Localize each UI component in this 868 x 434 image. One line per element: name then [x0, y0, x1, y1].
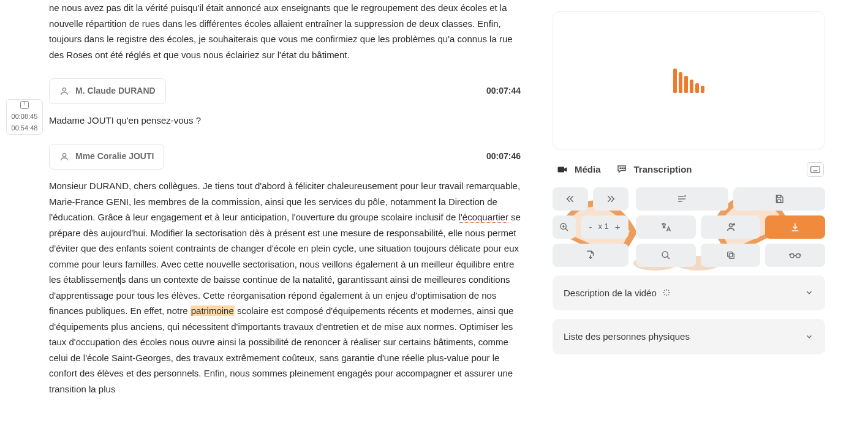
chevron-down-icon: [804, 288, 814, 297]
clock-icon: [20, 101, 29, 109]
transcription-controls-col: [636, 187, 825, 267]
speaker-timestamp: 00:07:46: [486, 149, 521, 164]
speaker-timestamp: 00:07:44: [486, 84, 521, 99]
svg-point-25: [662, 252, 668, 257]
audio-wave-icon: [673, 67, 704, 93]
time-box-t2: 00:54:48: [12, 122, 38, 134]
download-transcription-button[interactable]: [765, 215, 825, 239]
svg-point-6: [622, 168, 623, 169]
copy-button[interactable]: [701, 244, 761, 267]
search-button[interactable]: [636, 244, 696, 267]
speed-increase-button[interactable]: +: [614, 222, 622, 232]
tabs-row: Média Transcription: [553, 158, 825, 181]
svg-line-15: [565, 228, 568, 231]
person-icon: [59, 86, 69, 96]
speech-bubble-icon: [616, 164, 628, 175]
svg-rect-4: [558, 166, 565, 172]
speaker-name: M. Claude DURAND: [75, 84, 156, 99]
search-icon: [661, 250, 671, 260]
speed-decrease-button[interactable]: -: [587, 222, 593, 232]
transcript-paragraph[interactable]: ne nous avez pas dit la vérité puisqu'il…: [49, 0, 521, 62]
download-icon: [585, 250, 596, 261]
transcript-paragraph[interactable]: Monsieur DURAND, chers collègues. Je tie…: [49, 178, 521, 397]
save-transcription-button[interactable]: [733, 187, 826, 211]
download-icon: [790, 222, 800, 232]
media-controls-col: - x 1 +: [553, 187, 628, 267]
svg-point-22: [729, 223, 732, 226]
zoom-in-icon: [559, 222, 569, 232]
search-highlight[interactable]: patrimoine: [191, 305, 235, 316]
accordion-title: Liste des personnes physiques: [564, 329, 690, 345]
forward-button[interactable]: [593, 187, 628, 211]
transcript-paragraph[interactable]: Madame JOUTI qu'en pensez-vous ?: [49, 113, 521, 129]
controls-grid: - x 1 +: [553, 187, 825, 267]
download-media-button[interactable]: [553, 244, 628, 267]
svg-point-23: [733, 223, 734, 225]
keyboard-icon: [810, 166, 820, 173]
speaker-chip-jouti[interactable]: Mme Coralie JOUTI: [49, 144, 164, 170]
transcript-text: Monsieur DURAND, chers collègues. Je tie…: [49, 181, 520, 222]
svg-point-1: [62, 154, 66, 157]
speakers-button[interactable]: [701, 215, 761, 239]
svg-rect-8: [811, 166, 820, 172]
svg-rect-28: [727, 252, 732, 256]
transcript-text: scolaire est composé d'équipements récen…: [49, 305, 513, 394]
copy-icon: [726, 250, 736, 260]
translate-button[interactable]: [636, 215, 696, 239]
svg-point-7: [624, 168, 625, 169]
svg-rect-21: [777, 200, 780, 203]
svg-line-26: [667, 256, 670, 259]
right-panel: Média Transcription: [533, 0, 868, 434]
people-icon: [725, 222, 736, 233]
tab-media[interactable]: Média: [554, 158, 603, 181]
speaker-name: Mme Coralie JOUTI: [75, 149, 154, 164]
time-box-t1: 00:08:45: [12, 111, 38, 122]
accordion-people-list[interactable]: Liste des personnes physiques: [553, 319, 825, 354]
translate-icon: [660, 222, 671, 233]
tab-label: Transcription: [634, 162, 692, 178]
svg-rect-27: [729, 253, 734, 258]
speaker-chip-durand[interactable]: M. Claude DURAND: [49, 78, 166, 104]
speaker-row-durand: M. Claude DURAND 00:07:44: [49, 78, 521, 104]
transcript-main: ne nous avez pas dit la vérité puisqu'il…: [49, 0, 533, 434]
left-gutter: 00:08:45 00:54:48: [0, 0, 49, 434]
sparkle-icon: [662, 288, 671, 297]
chevron-down-icon: [804, 332, 814, 342]
speaker-row-jouti: Mme Coralie JOUTI 00:07:46: [49, 144, 521, 170]
zoom-in-button[interactable]: [553, 215, 576, 239]
keyboard-shortcuts-button[interactable]: [807, 162, 824, 177]
accordion-title: Description de la vidéo: [564, 285, 657, 301]
svg-point-29: [790, 253, 794, 257]
glasses-button[interactable]: [765, 244, 825, 267]
speed-label: x 1: [598, 220, 608, 233]
svg-point-0: [62, 88, 66, 91]
person-icon: [59, 152, 69, 162]
playback-speed-control[interactable]: - x 1 +: [581, 215, 628, 239]
time-box[interactable]: 00:08:45 00:54:48: [6, 99, 43, 135]
tab-label: Média: [575, 162, 601, 178]
save-icon: [774, 194, 784, 204]
camera-icon: [556, 164, 568, 175]
glasses-icon: [789, 251, 801, 260]
spelling-highlight[interactable]: l'écoquartier: [459, 212, 508, 223]
chevron-double-left-icon: [565, 194, 575, 204]
list-filter-button[interactable]: [636, 187, 728, 211]
tab-transcription[interactable]: Transcription: [613, 158, 695, 181]
chevron-double-right-icon: [606, 194, 616, 204]
accordion-video-description[interactable]: Description de la vidéo: [553, 275, 825, 311]
media-preview-card[interactable]: [553, 11, 825, 149]
rewind-button[interactable]: [553, 187, 588, 211]
svg-point-5: [620, 168, 621, 169]
svg-point-30: [796, 253, 800, 257]
list-icon: [676, 194, 687, 204]
